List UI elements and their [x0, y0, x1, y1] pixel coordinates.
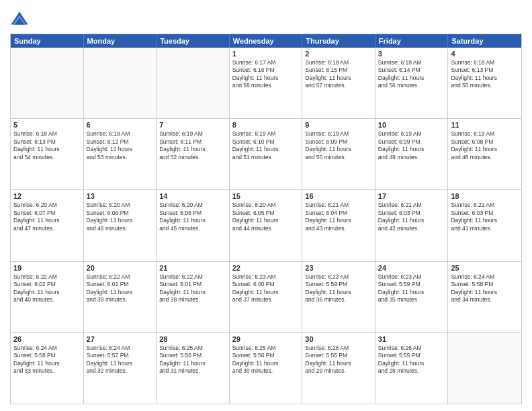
- calendar-cell: 18Sunrise: 6:21 AM Sunset: 6:03 PM Dayli…: [448, 190, 521, 261]
- day-number: 28: [159, 335, 226, 343]
- calendar-header: SundayMondayTuesdayWednesdayThursdayFrid…: [11, 34, 521, 48]
- calendar-cell: 16Sunrise: 6:21 AM Sunset: 6:04 PM Dayli…: [302, 190, 375, 261]
- day-number: 5: [13, 121, 81, 129]
- day-number: 3: [378, 50, 445, 58]
- day-info: Sunrise: 6:20 AM Sunset: 6:07 PM Dayligh…: [13, 201, 81, 232]
- calendar-row: 12Sunrise: 6:20 AM Sunset: 6:07 PM Dayli…: [11, 190, 521, 261]
- day-number: 23: [305, 264, 372, 272]
- day-info: Sunrise: 6:20 AM Sunset: 6:06 PM Dayligh…: [87, 201, 154, 232]
- day-number: 20: [87, 264, 154, 272]
- day-number: 6: [87, 121, 154, 129]
- calendar-cell: 30Sunrise: 6:26 AM Sunset: 5:55 PM Dayli…: [302, 333, 375, 404]
- header-cell-sunday: Sunday: [11, 34, 84, 48]
- day-info: Sunrise: 6:24 AM Sunset: 5:58 PM Dayligh…: [451, 273, 519, 304]
- calendar-cell: 24Sunrise: 6:23 AM Sunset: 5:59 PM Dayli…: [375, 262, 449, 332]
- calendar-cell: [11, 48, 84, 118]
- day-info: Sunrise: 6:21 AM Sunset: 6:03 PM Dayligh…: [451, 201, 519, 232]
- calendar-cell: 12Sunrise: 6:20 AM Sunset: 6:07 PM Dayli…: [11, 190, 84, 261]
- calendar-cell: 6Sunrise: 6:18 AM Sunset: 6:12 PM Daylig…: [84, 119, 157, 189]
- calendar-cell: 29Sunrise: 6:25 AM Sunset: 5:56 PM Dayli…: [230, 333, 303, 404]
- calendar-cell: 14Sunrise: 6:20 AM Sunset: 6:06 PM Dayli…: [157, 190, 230, 261]
- day-number: 30: [305, 335, 372, 343]
- day-number: 12: [13, 192, 81, 200]
- day-number: 31: [378, 335, 445, 343]
- day-info: Sunrise: 6:17 AM Sunset: 6:16 PM Dayligh…: [232, 59, 300, 90]
- calendar-cell: 28Sunrise: 6:25 AM Sunset: 5:56 PM Dayli…: [157, 333, 230, 404]
- calendar-cell: 31Sunrise: 6:26 AM Sunset: 5:55 PM Dayli…: [375, 333, 449, 404]
- day-info: Sunrise: 6:20 AM Sunset: 6:05 PM Dayligh…: [232, 201, 300, 232]
- calendar-cell: 7Sunrise: 6:19 AM Sunset: 6:11 PM Daylig…: [157, 119, 230, 189]
- day-info: Sunrise: 6:18 AM Sunset: 6:15 PM Dayligh…: [305, 59, 372, 90]
- calendar-row: 1Sunrise: 6:17 AM Sunset: 6:16 PM Daylig…: [11, 48, 521, 119]
- main-container: SundayMondayTuesdayWednesdayThursdayFrid…: [0, 0, 532, 411]
- day-number: 13: [87, 192, 154, 200]
- day-number: 26: [13, 335, 81, 343]
- day-number: 16: [305, 192, 372, 200]
- calendar-cell: 5Sunrise: 6:18 AM Sunset: 6:13 PM Daylig…: [11, 119, 84, 189]
- day-info: Sunrise: 6:18 AM Sunset: 6:13 PM Dayligh…: [451, 59, 519, 90]
- calendar-cell: 17Sunrise: 6:21 AM Sunset: 6:03 PM Dayli…: [375, 190, 449, 261]
- day-number: 7: [159, 121, 226, 129]
- day-number: 10: [378, 121, 445, 129]
- calendar-cell: [84, 48, 157, 118]
- logo-icon: [10, 9, 29, 28]
- calendar-cell: 25Sunrise: 6:24 AM Sunset: 5:58 PM Dayli…: [448, 262, 521, 332]
- day-info: Sunrise: 6:22 AM Sunset: 6:01 PM Dayligh…: [159, 273, 226, 304]
- calendar-cell: 8Sunrise: 6:19 AM Sunset: 6:10 PM Daylig…: [230, 119, 303, 189]
- calendar-cell: 22Sunrise: 6:23 AM Sunset: 6:00 PM Dayli…: [230, 262, 303, 332]
- calendar-cell: 1Sunrise: 6:17 AM Sunset: 6:16 PM Daylig…: [230, 48, 303, 118]
- calendar-cell: 13Sunrise: 6:20 AM Sunset: 6:06 PM Dayli…: [84, 190, 157, 261]
- calendar-cell: 3Sunrise: 6:18 AM Sunset: 6:14 PM Daylig…: [375, 48, 449, 118]
- header-cell-monday: Monday: [84, 34, 157, 48]
- calendar-cell: 9Sunrise: 6:19 AM Sunset: 6:09 PM Daylig…: [302, 119, 375, 189]
- day-info: Sunrise: 6:18 AM Sunset: 6:14 PM Dayligh…: [378, 59, 445, 90]
- day-number: 9: [305, 121, 372, 129]
- day-number: 29: [232, 335, 300, 343]
- calendar-cell: 19Sunrise: 6:22 AM Sunset: 6:02 PM Dayli…: [11, 262, 84, 332]
- day-number: 11: [451, 121, 519, 129]
- day-number: 1: [232, 50, 300, 58]
- day-number: 2: [305, 50, 372, 58]
- day-info: Sunrise: 6:25 AM Sunset: 5:56 PM Dayligh…: [159, 345, 226, 375]
- header-cell-tuesday: Tuesday: [157, 34, 230, 48]
- header-cell-thursday: Thursday: [302, 34, 375, 48]
- calendar-cell: 27Sunrise: 6:24 AM Sunset: 5:57 PM Dayli…: [84, 333, 157, 404]
- day-number: 18: [451, 192, 519, 200]
- day-number: 4: [451, 50, 519, 58]
- calendar-row: 26Sunrise: 6:24 AM Sunset: 5:58 PM Dayli…: [11, 333, 521, 404]
- calendar-body: 1Sunrise: 6:17 AM Sunset: 6:16 PM Daylig…: [11, 48, 521, 404]
- calendar-cell: 21Sunrise: 6:22 AM Sunset: 6:01 PM Dayli…: [157, 262, 230, 332]
- day-info: Sunrise: 6:24 AM Sunset: 5:57 PM Dayligh…: [87, 345, 154, 375]
- day-info: Sunrise: 6:22 AM Sunset: 6:01 PM Dayligh…: [87, 273, 154, 304]
- day-info: Sunrise: 6:26 AM Sunset: 5:55 PM Dayligh…: [378, 345, 445, 375]
- day-number: 22: [232, 264, 300, 272]
- day-number: 25: [451, 264, 519, 272]
- calendar-row: 5Sunrise: 6:18 AM Sunset: 6:13 PM Daylig…: [11, 119, 521, 190]
- calendar-cell: [157, 48, 230, 118]
- day-number: 27: [87, 335, 154, 343]
- day-number: 8: [232, 121, 300, 129]
- day-number: 17: [378, 192, 445, 200]
- calendar-cell: 2Sunrise: 6:18 AM Sunset: 6:15 PM Daylig…: [302, 48, 375, 118]
- day-info: Sunrise: 6:23 AM Sunset: 6:00 PM Dayligh…: [232, 273, 300, 304]
- day-info: Sunrise: 6:22 AM Sunset: 6:02 PM Dayligh…: [13, 273, 81, 304]
- calendar-cell: 4Sunrise: 6:18 AM Sunset: 6:13 PM Daylig…: [448, 48, 521, 118]
- day-number: 14: [159, 192, 226, 200]
- calendar-cell: 20Sunrise: 6:22 AM Sunset: 6:01 PM Dayli…: [84, 262, 157, 332]
- calendar-cell: 26Sunrise: 6:24 AM Sunset: 5:58 PM Dayli…: [11, 333, 84, 404]
- calendar-cell: [448, 333, 521, 404]
- day-info: Sunrise: 6:18 AM Sunset: 6:12 PM Dayligh…: [87, 130, 154, 161]
- calendar-cell: 11Sunrise: 6:19 AM Sunset: 6:08 PM Dayli…: [448, 119, 521, 189]
- day-info: Sunrise: 6:19 AM Sunset: 6:11 PM Dayligh…: [159, 130, 226, 161]
- day-info: Sunrise: 6:19 AM Sunset: 6:08 PM Dayligh…: [451, 130, 519, 161]
- day-info: Sunrise: 6:21 AM Sunset: 6:03 PM Dayligh…: [378, 201, 445, 232]
- day-info: Sunrise: 6:19 AM Sunset: 6:09 PM Dayligh…: [378, 130, 445, 161]
- day-number: 15: [232, 192, 300, 200]
- day-info: Sunrise: 6:26 AM Sunset: 5:55 PM Dayligh…: [305, 345, 372, 375]
- header-cell-wednesday: Wednesday: [230, 34, 303, 48]
- calendar-row: 19Sunrise: 6:22 AM Sunset: 6:02 PM Dayli…: [11, 262, 521, 333]
- day-info: Sunrise: 6:24 AM Sunset: 5:58 PM Dayligh…: [13, 345, 81, 375]
- calendar-cell: 10Sunrise: 6:19 AM Sunset: 6:09 PM Dayli…: [375, 119, 449, 189]
- day-number: 19: [13, 264, 81, 272]
- day-info: Sunrise: 6:23 AM Sunset: 5:59 PM Dayligh…: [378, 273, 445, 304]
